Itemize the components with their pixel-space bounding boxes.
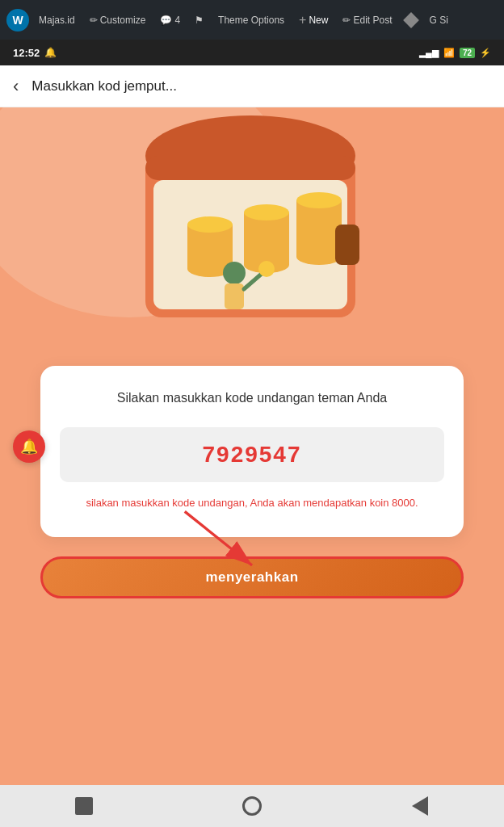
comments-count: 4: [174, 15, 180, 26]
code-value: 7929547: [202, 442, 301, 467]
pencil-icon: ✏: [90, 15, 98, 26]
new-link[interactable]: + New: [294, 13, 333, 27]
bottom-navigation: [0, 785, 504, 827]
notification-bell-button[interactable]: 🔔: [13, 430, 45, 463]
g-si-item: G Si: [425, 15, 453, 26]
triangle-icon: [412, 796, 428, 816]
svg-rect-16: [225, 283, 244, 309]
comments-link[interactable]: 💬 4: [155, 15, 185, 26]
square-icon: [75, 797, 93, 815]
new-label: New: [309, 15, 328, 26]
circle-icon: [242, 796, 262, 816]
stop-button[interactable]: [73, 795, 95, 817]
svg-rect-19: [335, 225, 359, 265]
status-bar: 12:52 🔔 ▂▄▆ 📶 72 ⚡: [0, 40, 504, 65]
wp-logo-icon[interactable]: W: [6, 9, 29, 31]
wifi-icon: 📶: [443, 48, 455, 58]
submit-button[interactable]: menyerahkan: [40, 556, 464, 598]
back-nav-button[interactable]: [409, 795, 431, 817]
page-title: Masukkan kod jemput...: [32, 78, 177, 94]
comments-icon: 💬: [160, 15, 172, 26]
hint-text: silakan masukkan kode undangan, Anda aka…: [60, 495, 444, 511]
svg-point-18: [258, 261, 275, 277]
alarm-icon: 🔔: [44, 47, 57, 58]
theme-options-link[interactable]: Theme Options: [213, 15, 289, 26]
battery-indicator: 72: [460, 48, 475, 58]
svg-rect-4: [145, 156, 355, 180]
flag-icon: ⚑: [195, 15, 204, 26]
signal-icon: ▂▄▆: [419, 48, 439, 58]
flag-icon-item: ⚑: [190, 15, 208, 26]
customize-link[interactable]: ✏ Customize: [85, 15, 151, 26]
svg-point-8: [187, 216, 233, 233]
site-name-label: Majas.id: [39, 15, 75, 26]
plus-icon: +: [299, 13, 306, 27]
edit-icon: ✏: [342, 15, 351, 26]
edit-post-label: Edit Post: [353, 15, 392, 26]
time-display: 12:52: [13, 47, 40, 59]
wp-admin-bar: W Majas.id ✏ Customize 💬 4 ⚑ Theme Optio…: [0, 0, 504, 40]
page-header: ‹ Masukkan kod jemput...: [0, 65, 504, 107]
svg-point-11: [244, 204, 289, 220]
customize-label: Customize: [100, 15, 146, 26]
theme-options-label: Theme Options: [218, 15, 284, 26]
submit-button-wrapper: menyerahkan: [40, 556, 464, 598]
bell-icon: 🔔: [20, 438, 38, 455]
svg-point-14: [296, 192, 342, 208]
svg-rect-13: [296, 200, 342, 257]
background-svg: [0, 107, 504, 366]
diamond-icon: [403, 12, 419, 28]
svg-point-15: [223, 262, 246, 284]
invitation-card: Silakan masukkan kode undangan teman And…: [40, 366, 464, 537]
illustration-area: [0, 107, 504, 366]
code-input-field[interactable]: 7929547: [60, 427, 444, 482]
g-si-label: G Si: [430, 15, 448, 26]
site-name-link[interactable]: Majas.id: [34, 15, 80, 26]
edit-post-link[interactable]: ✏ Edit Post: [338, 15, 397, 26]
content-wrapper: Silakan masukkan kode undangan teman And…: [0, 366, 504, 785]
status-right: ▂▄▆ 📶 72 ⚡: [419, 48, 491, 58]
instruction-text: Silakan masukkan kode undangan teman And…: [60, 388, 444, 408]
status-left: 12:52 🔔: [13, 47, 57, 59]
home-button[interactable]: [241, 795, 263, 817]
main-content: 🔔: [0, 107, 504, 785]
charging-icon: ⚡: [480, 48, 491, 58]
back-button[interactable]: ‹: [13, 76, 19, 97]
diamond-item: [402, 15, 420, 26]
